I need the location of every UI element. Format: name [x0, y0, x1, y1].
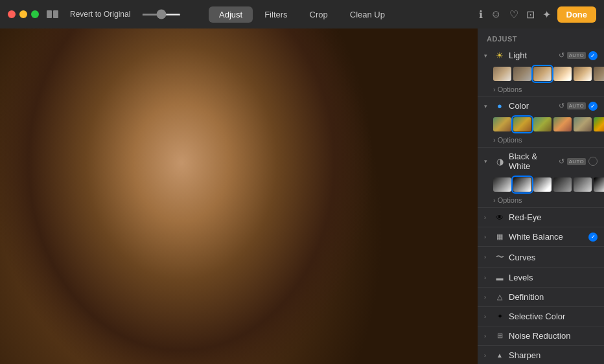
info-icon[interactable]: ℹ [478, 7, 484, 22]
tab-cleanup[interactable]: Clean Up [340, 6, 395, 23]
section-curves[interactable]: › 〜 Curves [478, 247, 604, 268]
revert-button[interactable]: Revert to Original [66, 8, 134, 20]
emoji-icon[interactable]: ☺ [489, 7, 502, 21]
section-redeye-label: Red-Eye [509, 212, 598, 222]
chevron-down-icon: ▾ [484, 52, 491, 59]
thumb-item[interactable] [533, 117, 552, 131]
section-levels-label: Levels [509, 273, 598, 282]
section-redeye[interactable]: › 👁 Red-Eye [478, 208, 604, 227]
color-thumbnails [478, 115, 604, 134]
tab-crop[interactable]: Crop [299, 6, 338, 23]
curves-icon: 〜 [494, 251, 505, 263]
thumb-item[interactable] [594, 117, 604, 131]
titlebar-controls: Revert to Original [47, 8, 181, 20]
section-light-controls: ↺ AUTO ✓ [559, 51, 598, 60]
nav-tabs: Adjust Filters Crop Clean Up [209, 6, 395, 23]
bw-options[interactable]: › Options [478, 194, 604, 207]
auto-badge[interactable]: AUTO [567, 158, 586, 165]
thumb-item[interactable] [493, 67, 511, 81]
tab-filters[interactable]: Filters [254, 6, 297, 23]
options-label: Options [498, 85, 522, 93]
chevron-right-icon: › [484, 275, 491, 281]
main-area: Adjust ▾ Light ↺ AUTO ✓ [0, 28, 604, 364]
section-sharpen-label: Sharpen [509, 350, 598, 360]
auto-badge[interactable]: AUTO [567, 102, 586, 109]
section-noise-label: Noise Reduction [509, 331, 598, 341]
close-button[interactable] [8, 10, 16, 18]
bw-check[interactable] [588, 157, 598, 166]
chevron-right-icon: › [484, 333, 491, 339]
tab-adjust[interactable]: Adjust [209, 6, 253, 23]
section-selectivecolor[interactable]: › ✦ Selective Color [478, 307, 604, 326]
reset-icon[interactable]: ↺ [559, 157, 564, 166]
thumb-item[interactable] [513, 177, 531, 192]
share-icon[interactable]: ⊡ [525, 7, 536, 22]
chevron-right-icon: › [484, 234, 491, 240]
traffic-lights [8, 10, 39, 18]
sidebar-toggle[interactable] [47, 10, 58, 18]
photo-image [0, 28, 478, 364]
light-options[interactable]: › Options [478, 84, 604, 97]
sun-icon [494, 51, 505, 60]
section-selective-label: Selective Color [509, 312, 598, 321]
levels-icon: ▬ [494, 274, 505, 282]
options-label: Options [498, 136, 522, 144]
section-levels[interactable]: › ▬ Levels [478, 268, 604, 288]
minimize-button[interactable] [19, 10, 27, 18]
tools-icon[interactable]: ✦ [541, 7, 552, 22]
light-check[interactable]: ✓ [588, 51, 598, 60]
titlebar-right: ℹ ☺ ♡ ⊡ ✦ Done [478, 6, 596, 23]
color-options[interactable]: › Options [478, 134, 604, 147]
eye-icon: 👁 [494, 213, 505, 222]
thumb-item[interactable] [574, 67, 592, 81]
photo-area [0, 28, 478, 364]
auto-badge[interactable]: AUTO [567, 52, 586, 59]
thumb-item[interactable] [533, 67, 552, 81]
section-bw-header[interactable]: ▾ Black & White ↺ AUTO [478, 148, 604, 175]
maximize-button[interactable] [31, 10, 39, 18]
heart-icon[interactable]: ♡ [508, 7, 520, 22]
thumb-item[interactable] [574, 177, 592, 192]
thumb-item[interactable] [553, 177, 572, 192]
thumb-item[interactable] [493, 177, 511, 192]
reset-icon[interactable]: ↺ [559, 51, 564, 60]
thumb-item[interactable] [513, 117, 531, 131]
section-noisereduction[interactable]: › ⊞ Noise Reduction [478, 326, 604, 346]
chevron-right-icon: › [484, 313, 491, 320]
bw-icon [494, 157, 505, 166]
section-light-header[interactable]: ▾ Light ↺ AUTO ✓ [478, 47, 604, 64]
section-sharpen[interactable]: › ▲ Sharpen [478, 346, 604, 364]
section-color-label: Color [509, 101, 555, 111]
color-check[interactable]: ✓ [588, 102, 598, 111]
section-curves-label: Curves [509, 253, 598, 262]
done-button[interactable]: Done [557, 6, 597, 23]
wb-check[interactable]: ✓ [588, 233, 598, 242]
section-color-controls: ↺ AUTO ✓ [559, 102, 598, 111]
section-definition[interactable]: › △ Definition [478, 288, 604, 307]
section-whitebalance[interactable]: › ▦ White Balance ✓ [478, 227, 604, 247]
zoom-slider-container [142, 14, 181, 16]
section-color-header[interactable]: ▾ Color ↺ AUTO ✓ [478, 97, 604, 115]
titlebar: Revert to Original Adjust Filters Crop C… [0, 0, 604, 28]
thumb-item[interactable] [594, 67, 604, 81]
thumb-item[interactable] [513, 67, 531, 81]
noise-icon: ⊞ [494, 332, 505, 340]
thumb-item[interactable] [574, 117, 592, 131]
wb-icon: ▦ [494, 233, 505, 241]
sharpen-icon: ▲ [494, 352, 505, 359]
section-bw: ▾ Black & White ↺ AUTO › Options [478, 148, 604, 208]
thumb-item[interactable] [493, 117, 511, 131]
thumb-item[interactable] [553, 67, 572, 81]
thumb-item[interactable] [594, 177, 604, 192]
chevron-right-icon: › [484, 352, 491, 359]
chevron-right-icon: › [493, 136, 496, 144]
light-thumbnails [478, 64, 604, 84]
chevron-right-icon: › [484, 294, 491, 301]
thumb-item[interactable] [533, 177, 552, 192]
section-bw-controls: ↺ AUTO [559, 157, 598, 166]
zoom-slider[interactable] [142, 14, 181, 16]
reset-icon[interactable]: ↺ [559, 102, 564, 110]
chevron-right-icon: › [493, 85, 496, 93]
chevron-right-icon: › [484, 214, 491, 221]
thumb-item[interactable] [553, 117, 572, 131]
